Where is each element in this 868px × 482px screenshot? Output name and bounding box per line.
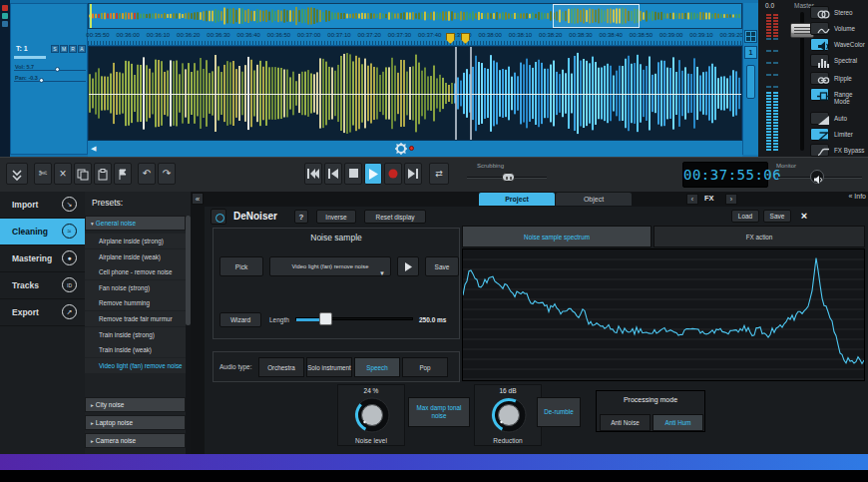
audio-type-solo-instrument[interactable]: Solo instrument	[306, 357, 352, 377]
edit-cursor[interactable]	[455, 47, 457, 141]
record-button[interactable]	[384, 163, 402, 185]
mini-record-icon[interactable]	[2, 5, 8, 11]
length-slider-handle[interactable]	[319, 312, 332, 325]
audio-type-orchestra[interactable]: Orchestra	[258, 357, 304, 377]
spectral-button[interactable]	[810, 54, 829, 67]
sidebar-item-tracks[interactable]: TracksID	[0, 272, 85, 299]
track-s-button[interactable]: S	[51, 45, 59, 53]
gear-icon[interactable]	[395, 143, 407, 155]
wavecolor-button[interactable]	[810, 38, 829, 51]
preview-noise-button[interactable]	[397, 256, 419, 276]
fx-prev-button[interactable]: ‹	[686, 194, 698, 205]
anti-hum-button[interactable]: Anti Hum	[652, 414, 703, 431]
reset-display-button[interactable]: Reset display	[364, 210, 426, 224]
play-button[interactable]	[364, 163, 382, 185]
delete-button[interactable]: ×	[54, 163, 72, 185]
grid-view-button[interactable]	[744, 30, 757, 43]
vertical-scroll-handle[interactable]	[746, 65, 755, 99]
fx-next-button[interactable]: ›	[725, 194, 737, 205]
overview-selection[interactable]	[553, 4, 640, 28]
noise-preset-dropdown[interactable]: Video light (fan) remove noise ▼	[269, 256, 391, 276]
info-tab[interactable]: « Info	[848, 193, 866, 200]
preset-item[interactable]: Remove trade fair murmur	[85, 311, 186, 326]
preset-group-city-noise[interactable]: ▸City noise	[85, 397, 186, 412]
copy-button[interactable]	[74, 163, 92, 185]
tab-project[interactable]: Project	[479, 193, 555, 206]
preset-item[interactable]: Cell phone - remove noise	[85, 264, 186, 279]
preset-item[interactable]: Airplane inside (strong)	[85, 234, 186, 248]
preset-item[interactable]: Fan noise (strong)	[85, 280, 186, 295]
range-mode-button[interactable]	[810, 88, 829, 101]
sidebar-item-mastering[interactable]: Mastering●	[0, 245, 85, 272]
preset-group-camera-noise[interactable]: ▸Camera noise	[85, 433, 186, 448]
horizontal-scrollbar[interactable]: ◀	[88, 141, 742, 157]
sidebar-item-import[interactable]: Import↘	[0, 192, 85, 219]
limiter-button[interactable]	[810, 128, 829, 141]
undo-button[interactable]: ↶	[138, 163, 156, 185]
max-damp-tonal-noise-button[interactable]: Max damp tonal noise	[408, 397, 470, 427]
paste-button[interactable]	[94, 163, 112, 185]
track-volume-slider[interactable]	[14, 70, 86, 71]
scroll-left-arrow-icon[interactable]: ◀	[91, 145, 96, 153]
overview-waveform[interactable]	[88, 3, 742, 29]
skip-start-button[interactable]	[304, 163, 322, 185]
help-button[interactable]: ?	[294, 210, 308, 224]
mini-tool-icon[interactable]	[2, 21, 8, 27]
marker-button[interactable]	[114, 163, 132, 185]
next-button[interactable]	[404, 163, 422, 185]
tab-fx-action[interactable]: FX action	[653, 226, 865, 247]
volume-button[interactable]	[810, 22, 829, 35]
sidebar-item-export[interactable]: Export↗	[0, 299, 85, 326]
noise-level-knob[interactable]	[353, 396, 391, 438]
plugin-power-button[interactable]	[211, 209, 226, 225]
collapse-panel-button[interactable]: «	[192, 193, 204, 205]
preset-item[interactable]: Remove humming	[85, 295, 186, 310]
track-volume-handle[interactable]	[55, 67, 60, 72]
previous-button[interactable]	[324, 163, 342, 185]
preset-group-general-noise[interactable]: ▾General noise	[85, 216, 186, 231]
preset-item[interactable]: Train inside (strong)	[85, 327, 186, 342]
cut-button[interactable]: ✄	[34, 163, 52, 185]
inverse-button[interactable]: Inverse	[316, 210, 356, 224]
noise-save-button[interactable]: Save	[425, 256, 459, 276]
stop-button[interactable]	[344, 163, 362, 185]
collapse-toolbar-button[interactable]	[6, 163, 28, 185]
redo-button[interactable]: ↷	[158, 163, 176, 185]
track-r-button[interactable]: R	[69, 45, 77, 53]
de-rumble-button[interactable]: De-rumble	[537, 397, 581, 427]
ripple-button[interactable]	[810, 72, 829, 85]
close-plugin-button[interactable]: ×	[796, 209, 812, 224]
anti-noise-button[interactable]: Anti Noise	[600, 414, 651, 431]
preset-item[interactable]: Airplane inside (weak)	[85, 249, 186, 264]
track-m-button[interactable]: M	[60, 45, 68, 53]
monitor-handle[interactable]	[810, 170, 824, 184]
audio-type-speech[interactable]: Speech	[354, 357, 400, 377]
preset-item[interactable]: Video light (fan) remove noise	[85, 358, 186, 373]
edit-cursor-2[interactable]	[470, 47, 472, 141]
audio-type-pop[interactable]: Pop	[402, 357, 448, 377]
page-1-button[interactable]: 1	[744, 46, 757, 59]
preset-item[interactable]: Train inside (weak)	[85, 342, 186, 357]
load-button[interactable]: Load	[731, 210, 759, 223]
master-meter-segment	[773, 134, 778, 136]
stereo-button[interactable]	[810, 6, 829, 19]
scrubbing-handle[interactable]	[502, 173, 515, 182]
reduction-knob[interactable]	[490, 396, 528, 438]
track-a-button[interactable]: A	[78, 45, 86, 53]
fx-bypass-button[interactable]	[810, 144, 829, 157]
tab-object[interactable]: Object	[556, 193, 632, 206]
auto-button[interactable]	[810, 112, 829, 125]
tab-noise-sample-spectrum[interactable]: Noise sample spectrum	[462, 226, 651, 247]
preset-group-laptop-noise[interactable]: ▸Laptop noise	[85, 415, 186, 430]
main-waveform[interactable]	[88, 46, 742, 141]
sidebar-item-cleaning[interactable]: Cleaning≈	[0, 219, 85, 245]
loop-button[interactable]: ⇄	[429, 163, 449, 185]
track-pan-handle[interactable]	[39, 78, 44, 83]
save-preset-button[interactable]: Save	[763, 210, 791, 223]
wizard-button[interactable]: Wizard	[219, 312, 261, 327]
track-pan-slider[interactable]	[14, 81, 86, 82]
mini-tool-icon[interactable]	[2, 13, 8, 19]
pick-button[interactable]: Pick	[219, 256, 263, 276]
master-meter-segment	[773, 38, 778, 40]
timeline-ruler[interactable]: 00:35:5000:36:0000:36:1000:36:2000:36:30…	[88, 29, 742, 46]
